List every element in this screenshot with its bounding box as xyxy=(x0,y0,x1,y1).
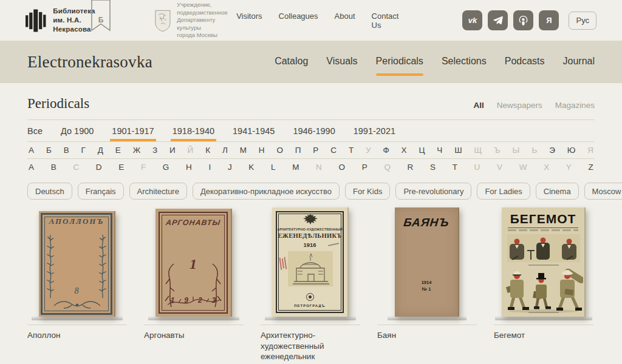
category-tag[interactable]: Декоративно-прикладное искусство xyxy=(193,183,340,200)
alphabet-letter[interactable]: В xyxy=(64,146,69,155)
topbar-link[interactable]: About xyxy=(335,12,355,30)
alphabet-letter[interactable]: Ц xyxy=(419,146,425,155)
periodical-cover-ezhenedelnik[interactable]: АРХИТЕКТУРНО-ХУДОЖЕСТВЕННЫЙ ЕЖЕНЕДѢЛЬНИК… xyxy=(272,207,349,317)
periodical-title[interactable]: Аполлон xyxy=(27,325,127,341)
alphabet-letter[interactable]: И xyxy=(169,146,176,155)
yandex-icon[interactable]: Я xyxy=(539,10,559,30)
category-tag[interactable]: For Ladies xyxy=(477,183,530,200)
alphabet-letter[interactable]: C xyxy=(73,163,79,172)
alphabet-letter[interactable]: Е xyxy=(115,146,121,155)
period-filter[interactable]: 1941-1945 xyxy=(233,120,275,141)
periodical-cover-bayan[interactable]: БАЯНЪ 1914 № 1 xyxy=(395,207,459,317)
alphabet-letter[interactable]: I xyxy=(208,163,211,172)
alphabet-letter[interactable]: Q xyxy=(384,163,391,172)
alphabet-letter[interactable]: П xyxy=(295,146,301,155)
category-tag[interactable]: For Kids xyxy=(345,183,390,200)
podcast-icon[interactable] xyxy=(513,10,533,30)
category-tag[interactable]: Pre-revolutionary xyxy=(395,183,471,200)
category-tag[interactable]: Deutsch xyxy=(27,183,72,200)
alphabet-letter[interactable]: F xyxy=(141,163,146,172)
alphabet-letter[interactable]: К xyxy=(205,146,210,155)
alphabet-letter[interactable]: P xyxy=(362,163,367,172)
periodical-title[interactable]: Баян xyxy=(377,325,477,341)
alphabet-letter[interactable]: М xyxy=(240,146,247,155)
alphabet-letter[interactable]: Э xyxy=(549,146,555,155)
periodical-cover-apollon[interactable]: АПОЛЛОНЪ 8 xyxy=(39,211,115,317)
alphabet-letter[interactable]: Ф xyxy=(383,146,389,155)
category-tag[interactable]: Moscow xyxy=(584,183,622,200)
periodical-title[interactable]: Архитектурно-художественный еженедельник xyxy=(261,325,360,362)
alphabet-letter[interactable]: B xyxy=(51,163,56,172)
alphabet-letter[interactable]: N xyxy=(316,163,322,172)
alphabet-letter[interactable]: X xyxy=(544,163,549,172)
alphabet-letter[interactable]: Ю xyxy=(567,146,576,155)
period-filter[interactable]: Все xyxy=(27,120,43,141)
periodical-title[interactable]: Бегемот xyxy=(494,325,593,341)
periodical-title[interactable]: Аргонавты xyxy=(144,325,244,341)
alphabet-letter[interactable]: Д xyxy=(98,146,103,155)
alphabet-letter[interactable]: J xyxy=(228,163,232,172)
main-nav-item[interactable]: Podcasts xyxy=(505,56,545,68)
period-filter[interactable]: 1901-1917 xyxy=(112,120,154,141)
alphabet-letter[interactable]: K xyxy=(248,163,254,172)
alphabet-letter[interactable]: С xyxy=(330,146,337,155)
type-filter[interactable]: Newspapers xyxy=(497,101,542,110)
alphabet-letter[interactable]: T xyxy=(453,163,457,172)
periodical-cover-argonavty[interactable]: АРГОНАВТЫ 1 1923 xyxy=(156,209,232,317)
main-nav-item[interactable]: Journal xyxy=(563,56,595,68)
period-filter[interactable]: 1991-2021 xyxy=(354,120,395,141)
main-nav-item[interactable]: Periodicals xyxy=(376,56,423,68)
category-tag[interactable]: Cinema xyxy=(536,183,579,200)
alphabet-letter[interactable]: U xyxy=(474,163,480,172)
alphabet-letter[interactable]: O xyxy=(339,163,346,172)
alphabet-letter[interactable]: R xyxy=(408,163,414,172)
main-nav-item[interactable]: Selections xyxy=(442,56,487,68)
alphabet-letter[interactable]: Y xyxy=(566,163,572,172)
alphabet-letter[interactable]: E xyxy=(118,163,124,172)
alphabet-letter[interactable]: Й xyxy=(188,146,194,155)
alphabet-letter[interactable]: Х xyxy=(402,146,407,155)
period-filter[interactable]: 1946-1990 xyxy=(293,120,335,141)
vk-icon[interactable]: vk xyxy=(462,10,482,30)
alphabet-letter[interactable]: Ш xyxy=(454,146,462,155)
periodical-cover-begemot[interactable]: БЕГЕМОТ xyxy=(502,207,586,317)
topbar-link[interactable]: Visitors xyxy=(236,12,262,30)
alphabet-letter[interactable]: Z xyxy=(589,163,593,172)
alphabet-letter[interactable]: О xyxy=(276,146,283,155)
alphabet-letter[interactable]: W xyxy=(519,163,527,172)
alphabet-letter[interactable]: Т xyxy=(349,146,354,155)
alphabet-letter[interactable]: Б xyxy=(46,146,52,155)
alphabet-letter[interactable]: Ы xyxy=(513,146,520,155)
main-nav-item[interactable]: Catalog xyxy=(275,56,308,68)
period-filter[interactable]: 1918-1940 xyxy=(173,120,214,141)
type-filter[interactable]: Magazines xyxy=(555,101,595,110)
language-button[interactable]: Рус xyxy=(569,12,596,30)
topbar-link[interactable]: Contact Us xyxy=(372,12,399,30)
alphabet-letter[interactable]: Ь xyxy=(531,146,537,155)
type-filter[interactable]: All xyxy=(473,101,484,110)
category-tag[interactable]: Architecture xyxy=(129,183,187,200)
alphabet-letter[interactable]: G xyxy=(163,163,169,172)
site-title[interactable]: Electronekrasovka xyxy=(27,53,152,72)
telegram-icon[interactable] xyxy=(488,10,508,30)
alphabet-letter[interactable]: Г xyxy=(81,146,86,155)
alphabet-letter[interactable]: H xyxy=(186,163,192,172)
alphabet-letter[interactable]: Ъ xyxy=(494,146,501,155)
alphabet-letter[interactable]: У xyxy=(366,146,371,155)
alphabet-letter[interactable]: Щ xyxy=(474,146,482,155)
alphabet-letter[interactable]: А xyxy=(29,146,34,155)
period-filter[interactable]: До 1900 xyxy=(61,120,94,141)
alphabet-letter[interactable]: L xyxy=(271,163,276,172)
alphabet-letter[interactable]: Ж xyxy=(133,146,140,155)
category-tag[interactable]: Français xyxy=(78,183,124,200)
alphabet-letter[interactable]: D xyxy=(96,163,102,172)
alphabet-letter[interactable]: Н xyxy=(259,146,265,155)
main-nav-item[interactable]: Visuals xyxy=(326,56,357,68)
alphabet-letter[interactable]: Л xyxy=(222,146,228,155)
alphabet-letter[interactable]: M xyxy=(292,163,299,172)
alphabet-letter[interactable]: Я xyxy=(587,146,593,155)
alphabet-letter[interactable]: S xyxy=(430,163,436,172)
alphabet-letter[interactable]: V xyxy=(497,163,502,172)
alphabet-letter[interactable]: Р xyxy=(313,146,318,155)
alphabet-letter[interactable]: З xyxy=(152,146,157,155)
